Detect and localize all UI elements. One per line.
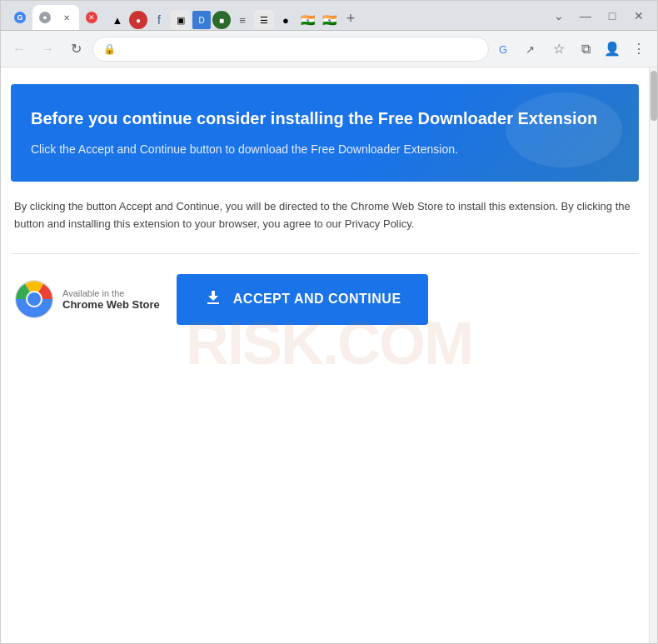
tab-strip: G ● ✕ ✕ ▲ ● f ▣ D ■ ≡ ☰ ●: [7, 1, 544, 30]
svg-text:↗: ↗: [526, 43, 535, 56]
svg-rect-5: [207, 302, 219, 304]
svg-point-4: [27, 292, 41, 306]
profile-icon[interactable]: 👤: [601, 37, 624, 61]
maximize-button[interactable]: □: [601, 4, 624, 27]
menu-icon[interactable]: ⋮: [627, 37, 651, 61]
favicon-8[interactable]: D: [192, 11, 211, 29]
body-text: By clicking the button Accept and Contin…: [11, 198, 639, 233]
tab-3-icon: ✕: [86, 12, 97, 23]
extension-icon[interactable]: ⧉: [574, 37, 597, 61]
title-bar: G ● ✕ ✕ ▲ ● f ▣ D ■ ≡ ☰ ●: [1, 1, 657, 31]
reload-button[interactable]: ↻: [64, 37, 87, 61]
forward-button[interactable]: →: [36, 37, 59, 61]
new-tab-button[interactable]: +: [339, 7, 362, 30]
favicon-5[interactable]: ●: [129, 11, 147, 29]
close-button[interactable]: ✕: [627, 4, 651, 27]
download-icon: [203, 287, 223, 312]
minimize-button[interactable]: —: [574, 4, 597, 27]
action-row: Available in the Chrome Web Store ACCEPT…: [11, 267, 639, 332]
tab-1[interactable]: G: [7, 5, 32, 30]
tab-2-close[interactable]: ✕: [61, 12, 72, 23]
share-icon[interactable]: ↗: [521, 37, 544, 61]
accept-and-continue-button[interactable]: ACCEPT AND CONTINUE: [177, 274, 428, 325]
back-button[interactable]: ←: [7, 37, 31, 61]
favicon-6[interactable]: f: [149, 10, 169, 30]
chevron-down-btn[interactable]: ⌄: [547, 4, 571, 27]
tab-2-icon: ●: [39, 12, 51, 23]
address-bar-row: ← → ↻ 🔒 G ↗ ☆ ⧉ 👤 ⋮: [1, 31, 657, 67]
hero-title: Before you continue consider installing …: [31, 107, 619, 129]
page-content: Before you continue consider installing …: [1, 67, 649, 643]
favicon-9[interactable]: ■: [212, 11, 231, 29]
hero-banner: Before you continue consider installing …: [11, 84, 639, 182]
lock-icon: 🔒: [103, 43, 116, 55]
address-bar[interactable]: 🔒: [92, 37, 489, 62]
chrome-badge: Available in the Chrome Web Store: [14, 279, 160, 319]
divider: [11, 253, 639, 254]
favicon-7[interactable]: ▣: [171, 10, 191, 30]
browser-body: Before you continue consider installing …: [1, 67, 657, 643]
toolbar-right: G ↗ ☆ ⧉ 👤 ⋮: [494, 37, 651, 61]
tab-2-active[interactable]: ● ✕: [32, 5, 79, 30]
favicon-4[interactable]: ▲: [107, 10, 127, 30]
favicon-11[interactable]: ☰: [254, 10, 274, 30]
svg-text:G: G: [499, 43, 507, 56]
favicon-10[interactable]: ≡: [232, 10, 252, 30]
favicon-12[interactable]: ●: [276, 10, 296, 30]
chrome-logo: [14, 279, 54, 319]
scrollbar-thumb[interactable]: [651, 71, 657, 121]
browser-window: G ● ✕ ✕ ▲ ● f ▣ D ■ ≡ ☰ ●: [0, 0, 658, 644]
hero-subtitle: Click the Accept and Continue button to …: [31, 141, 619, 158]
chrome-badge-text: Available in the Chrome Web Store: [62, 288, 160, 311]
badge-line1: Available in the: [62, 288, 160, 298]
accept-button-label: ACCEPT AND CONTINUE: [233, 292, 401, 307]
favicon-india2[interactable]: 🇮🇳: [319, 10, 339, 30]
tab-1-icon: G: [14, 12, 26, 23]
tab-3[interactable]: ✕: [79, 5, 104, 30]
bookmark-icon[interactable]: ☆: [547, 37, 571, 61]
badge-line2: Chrome Web Store: [62, 298, 160, 311]
favicon-india1[interactable]: 🇮🇳: [297, 10, 317, 30]
scrollbar-track[interactable]: [649, 67, 657, 643]
google-icon[interactable]: G: [494, 37, 517, 61]
window-controls: ⌄ — □ ✕: [547, 4, 651, 27]
